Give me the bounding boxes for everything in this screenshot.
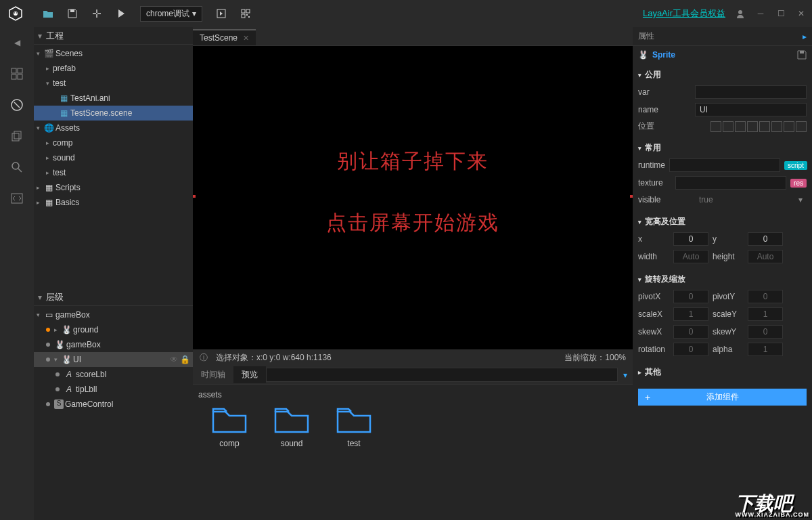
input-x[interactable] bbox=[673, 232, 708, 246]
export-icon[interactable] bbox=[216, 8, 227, 19]
anchor-btn[interactable] bbox=[735, 121, 746, 132]
tree-basics[interactable]: ▸▦Basics bbox=[34, 195, 193, 210]
activity-sidebar: ◀ bbox=[0, 27, 34, 520]
compile-icon[interactable] bbox=[91, 8, 102, 19]
code-icon[interactable] bbox=[9, 191, 24, 206]
input-alpha[interactable] bbox=[748, 343, 783, 356]
input-height[interactable] bbox=[748, 250, 783, 263]
tab-timeline[interactable]: 时间轴 bbox=[193, 366, 233, 383]
folder-test[interactable]: test bbox=[336, 406, 371, 448]
minimize-icon[interactable]: ─ bbox=[755, 8, 766, 19]
add-component-button[interactable]: + 添加组件 bbox=[638, 389, 807, 406]
open-folder-icon[interactable] bbox=[43, 8, 53, 19]
assets-breadcrumb[interactable]: assets bbox=[198, 390, 627, 399]
section-size-header[interactable]: ▾宽高及位置 bbox=[638, 213, 807, 230]
input-y[interactable] bbox=[748, 232, 783, 246]
info-icon[interactable]: ⓘ bbox=[200, 352, 208, 364]
inspector-expand-icon[interactable]: ▸ bbox=[803, 32, 807, 41]
play-icon[interactable] bbox=[116, 8, 127, 19]
component-header: 🐰 Sprite bbox=[633, 46, 812, 64]
anchor-btn[interactable] bbox=[796, 121, 807, 132]
folder-sound[interactable]: sound bbox=[274, 406, 309, 448]
hier-tiplbl[interactable]: AtipLbll bbox=[34, 382, 193, 397]
hier-ui[interactable]: ▾🐰UI👁 🔒 bbox=[34, 352, 193, 367]
folder-comp[interactable]: comp bbox=[212, 406, 247, 448]
label-visible: visible bbox=[638, 195, 691, 204]
save-component-icon[interactable] bbox=[797, 50, 807, 60]
label-scaley: scaleY bbox=[713, 309, 744, 319]
input-scalex[interactable] bbox=[673, 307, 708, 321]
tree-sound[interactable]: ▸sound bbox=[34, 150, 193, 165]
visibility-lock-icons[interactable]: 👁 🔒 bbox=[170, 355, 190, 364]
anchor-btn[interactable] bbox=[759, 121, 770, 132]
user-icon[interactable] bbox=[735, 8, 746, 19]
grid-icon[interactable] bbox=[9, 66, 24, 81]
input-scaley[interactable] bbox=[748, 307, 783, 321]
scene-canvas[interactable]: 别让箱子掉下来 点击屏幕开始游戏 bbox=[193, 46, 633, 349]
debug-dropdown[interactable]: chrome调试 ▾ bbox=[140, 6, 202, 22]
section-usual-header[interactable]: ▾常用 bbox=[638, 139, 807, 156]
select-visible[interactable]: true▾ bbox=[695, 194, 807, 206]
tab-testscene[interactable]: TestScene✕ bbox=[193, 29, 256, 45]
input-pivoty[interactable] bbox=[748, 290, 783, 303]
tree-test[interactable]: ▾test bbox=[34, 76, 193, 91]
tree-comp[interactable]: ▸comp bbox=[34, 135, 193, 150]
hier-gamebox2[interactable]: 🐰gameBox bbox=[34, 337, 193, 352]
input-texture[interactable] bbox=[675, 176, 786, 190]
hier-scorelbl[interactable]: AscoreLbl bbox=[34, 367, 193, 382]
tree-testscene[interactable]: ▦TestScene.scene bbox=[34, 106, 193, 121]
assets-search-input[interactable] bbox=[266, 368, 618, 382]
arrow-left-icon[interactable]: ◀ bbox=[9, 35, 24, 50]
palette-icon[interactable] bbox=[9, 98, 24, 112]
anchor-btn[interactable] bbox=[784, 121, 794, 132]
label-pivoty: pivotY bbox=[713, 292, 744, 301]
tag-script[interactable]: script bbox=[784, 161, 807, 170]
label-rotation: rotation bbox=[638, 345, 669, 354]
hier-gamecontrol[interactable]: SGameControl bbox=[34, 397, 193, 412]
qr-icon[interactable] bbox=[240, 8, 251, 19]
input-pivotx[interactable] bbox=[673, 290, 708, 303]
section-common: ▾公用 var name 位置 bbox=[633, 64, 812, 137]
tree-assets[interactable]: ▾🌐Assets bbox=[34, 121, 193, 135]
tag-res[interactable]: res bbox=[790, 179, 807, 188]
maximize-icon[interactable]: ☐ bbox=[775, 8, 786, 19]
anchor-btn[interactable] bbox=[747, 121, 758, 132]
save-icon[interactable] bbox=[67, 8, 78, 19]
tree-prefab[interactable]: ▸prefab bbox=[34, 61, 193, 76]
input-name[interactable] bbox=[695, 103, 807, 116]
collapse-icon: ▾ bbox=[38, 31, 42, 41]
anchor-btn[interactable] bbox=[723, 121, 734, 132]
close-icon[interactable]: ✕ bbox=[796, 8, 807, 19]
input-width[interactable] bbox=[673, 250, 708, 263]
assets-dropdown-icon[interactable]: ▾ bbox=[618, 370, 633, 380]
section-other-header[interactable]: ▸其他 bbox=[638, 364, 807, 381]
hierarchy-panel-header[interactable]: ▾ 层级 bbox=[34, 288, 193, 306]
tab-close-icon[interactable]: ✕ bbox=[243, 34, 249, 43]
hierarchy-title: 层级 bbox=[46, 291, 64, 303]
tree-scripts[interactable]: ▸▦Scripts bbox=[34, 180, 193, 195]
search-icon[interactable] bbox=[9, 160, 24, 175]
input-runtime[interactable] bbox=[669, 158, 780, 172]
input-skewx[interactable] bbox=[673, 325, 708, 339]
section-common-header[interactable]: ▾公用 bbox=[638, 66, 807, 83]
hier-ground[interactable]: ▸🐰ground bbox=[34, 322, 193, 337]
canvas-marker bbox=[630, 195, 633, 198]
section-transform-header[interactable]: ▾旋转及缩放 bbox=[638, 271, 807, 288]
tree-scenes[interactable]: ▾🎬Scenes bbox=[34, 46, 193, 61]
hierarchy-tree: ▾▭gameBox ▸🐰ground 🐰gameBox ▾🐰UI👁 🔒 Asco… bbox=[34, 306, 193, 520]
hier-gamebox[interactable]: ▾▭gameBox bbox=[34, 307, 193, 322]
tree-testani[interactable]: ▦TestAni.ani bbox=[34, 91, 193, 106]
anchor-btn[interactable] bbox=[710, 121, 721, 132]
tree-test2[interactable]: ▸test bbox=[34, 165, 193, 180]
input-skewy[interactable] bbox=[748, 325, 783, 339]
svg-point-11 bbox=[738, 10, 742, 14]
copy-icon[interactable] bbox=[9, 129, 24, 144]
anchor-btn[interactable] bbox=[771, 121, 782, 132]
project-panel-header[interactable]: ▾ 工程 bbox=[34, 27, 193, 45]
label-alpha: alpha bbox=[713, 345, 744, 354]
tab-preview[interactable]: 预览 bbox=[233, 366, 266, 383]
document-tabs: TestScene✕ bbox=[193, 27, 633, 46]
member-link[interactable]: LayaAir工具会员权益 bbox=[643, 7, 725, 20]
input-var[interactable] bbox=[695, 85, 807, 99]
input-rotation[interactable] bbox=[673, 343, 708, 356]
